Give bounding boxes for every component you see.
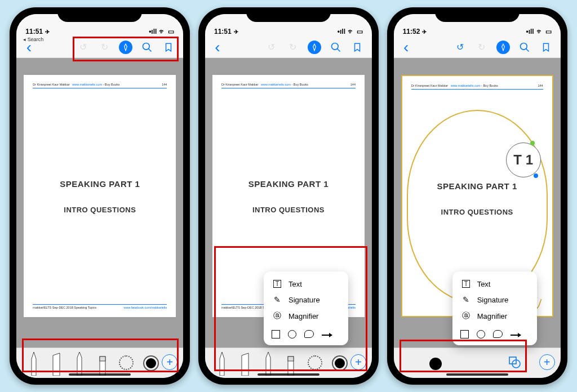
bookmark-icon[interactable] (162, 41, 175, 54)
shape-square[interactable] (460, 330, 469, 338)
author: Dr Kiranpreet Kaur Makkar (411, 84, 448, 87)
svg-rect-5 (288, 357, 294, 361)
marker-tool[interactable] (50, 350, 63, 376)
svg-point-3 (331, 43, 338, 50)
shape-arrow[interactable] (511, 335, 521, 336)
add-button[interactable]: + (539, 354, 555, 370)
add-button[interactable]: + (350, 354, 366, 370)
loupe-handle-zoom[interactable] (534, 173, 538, 178)
markup-button[interactable] (308, 41, 321, 54)
phone-3: 11:52 ✈ •ıll ᯤ ▭ ‹ ↺ ↻ (387, 7, 567, 385)
home-indicator[interactable] (258, 373, 319, 376)
page-number: 144 (350, 83, 356, 86)
footer-link[interactable]: www.facebook.com/makkarielts (124, 306, 167, 309)
phone-2: 11:51 ✈ •ıll ᯤ ▭ ‹ ↺ ↻ (198, 7, 379, 385)
notch (57, 7, 142, 22)
page-title: SPEAKING PART 1 (248, 179, 329, 189)
loupe-handle-resize[interactable] (530, 141, 535, 145)
footer-text: makkarIELTS Sep-DEC 2018 Speaking Topics (33, 306, 96, 309)
color-well[interactable] (333, 357, 347, 370)
shape-arrow[interactable] (322, 335, 332, 336)
redo-icon[interactable]: ↻ (475, 41, 489, 54)
add-popup: 🅃Text ✎Signature ⓐMagnifier (264, 271, 348, 345)
back-button[interactable]: ‹ (211, 41, 224, 54)
add-button[interactable]: + (162, 354, 177, 370)
svg-point-6 (520, 43, 527, 50)
signal-icon: •ıll (526, 28, 534, 35)
clock: 11:52 (403, 28, 420, 35)
bookmark-icon[interactable] (350, 41, 364, 54)
redo-icon[interactable]: ↻ (286, 41, 300, 54)
undo-icon[interactable]: ↺ (454, 41, 467, 54)
eraser-tool[interactable] (285, 350, 297, 376)
wifi-icon: ᯤ (536, 28, 543, 35)
notch (246, 7, 331, 22)
undo-icon[interactable]: ↺ (76, 41, 90, 54)
author: Dr Kiranpreet Kaur Makkar (33, 83, 69, 86)
undo-icon[interactable]: ↺ (265, 41, 278, 54)
site-link[interactable]: www.makkarielts.com (261, 83, 291, 86)
lasso-tool[interactable] (308, 355, 322, 370)
site-link[interactable]: www.makkarielts.com (451, 84, 481, 87)
page-title: SPEAKING PART 1 (60, 179, 140, 189)
toolbar: ‹ ↺ ↻ (205, 37, 372, 58)
page-subtitle: INTRO QUESTIONS (64, 206, 136, 214)
shape-speech[interactable] (493, 330, 503, 338)
page-subtitle: INTRO QUESTIONS (252, 206, 325, 214)
author: Dr Kiranpreet Kaur Makkar (221, 83, 258, 86)
back-to-search[interactable]: ◂ Search (23, 37, 43, 42)
page-number: 144 (538, 84, 543, 87)
back-button[interactable]: ‹ (400, 41, 413, 54)
battery-icon: ▭ (545, 28, 552, 35)
markup-button[interactable] (496, 41, 510, 54)
home-indicator[interactable] (446, 373, 508, 376)
shape-style-button[interactable] (508, 355, 521, 372)
location-icon: ✈ (234, 29, 238, 35)
color-well[interactable] (144, 357, 158, 370)
signal-icon: •ıll (338, 28, 345, 35)
popup-magnifier[interactable]: ⓐMagnifier (452, 308, 537, 324)
clock: 11:51 (214, 28, 232, 35)
location-icon: ✈ (45, 29, 50, 35)
screen: 11:51 ✈ •ıll ᯤ ▭ ‹ ↺ ↻ (205, 14, 372, 378)
location-icon: ✈ (422, 29, 427, 35)
document-viewport[interactable]: Dr Kiranpreet Kaur Makkar www.makkarielt… (16, 58, 183, 348)
svg-rect-2 (100, 357, 105, 361)
site-link[interactable]: www.makkarielts.com (72, 83, 102, 86)
notch (435, 7, 520, 22)
popup-magnifier[interactable]: ⓐMagnifier (264, 308, 348, 324)
pen-tool[interactable] (28, 350, 40, 376)
lasso-tool[interactable] (119, 355, 134, 370)
redo-icon[interactable]: ↻ (97, 41, 111, 54)
eraser-tool[interactable] (96, 350, 109, 376)
search-icon[interactable] (140, 41, 154, 54)
search-icon[interactable] (329, 41, 343, 54)
home-indicator[interactable] (69, 373, 131, 376)
pencil-tool[interactable] (262, 350, 274, 376)
loupe-text: T 1 (513, 152, 533, 168)
markup-button[interactable] (119, 41, 132, 54)
search-icon[interactable] (518, 41, 531, 54)
pencil-tool[interactable] (73, 350, 86, 376)
svg-point-0 (143, 43, 150, 50)
popup-signature[interactable]: ✎Signature (452, 292, 537, 308)
fill-color[interactable] (429, 358, 442, 370)
wifi-icon: ᯤ (159, 28, 166, 35)
phone-1: 11:51 ✈ •ıll ᯤ ▭ ◂ Search ‹ ↺ ↻ (10, 7, 190, 385)
shape-speech[interactable] (304, 330, 314, 338)
bookmark-icon[interactable] (539, 41, 553, 54)
shape-square[interactable] (272, 330, 280, 338)
pen-tool[interactable] (216, 350, 228, 376)
popup-text[interactable]: 🅃Text (264, 276, 348, 292)
popup-signature[interactable]: ✎Signature (264, 292, 348, 308)
back-button[interactable]: ‹ (22, 41, 35, 54)
shape-circle[interactable] (477, 330, 485, 338)
shape-circle[interactable] (288, 330, 296, 338)
toolbar: ‹ ↺ ↻ (394, 37, 561, 58)
magnifier-annotation[interactable]: T 1 (506, 142, 541, 177)
marker-tool[interactable] (239, 350, 251, 376)
add-popup: 🅃Text ✎Signature ⓐMagnifier (452, 271, 537, 345)
popup-text[interactable]: 🅃Text (452, 276, 537, 292)
wifi-icon: ᯤ (348, 28, 354, 35)
battery-icon: ▭ (357, 28, 363, 35)
